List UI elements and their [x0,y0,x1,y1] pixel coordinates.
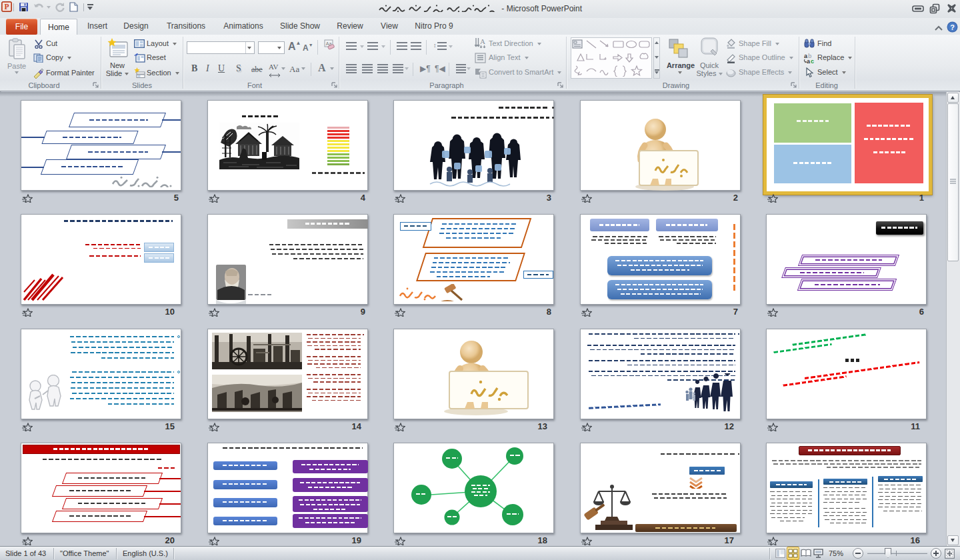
svg-text:?: ? [950,23,955,31]
svg-text:A: A [480,38,485,45]
svg-text:c: c [811,58,814,64]
